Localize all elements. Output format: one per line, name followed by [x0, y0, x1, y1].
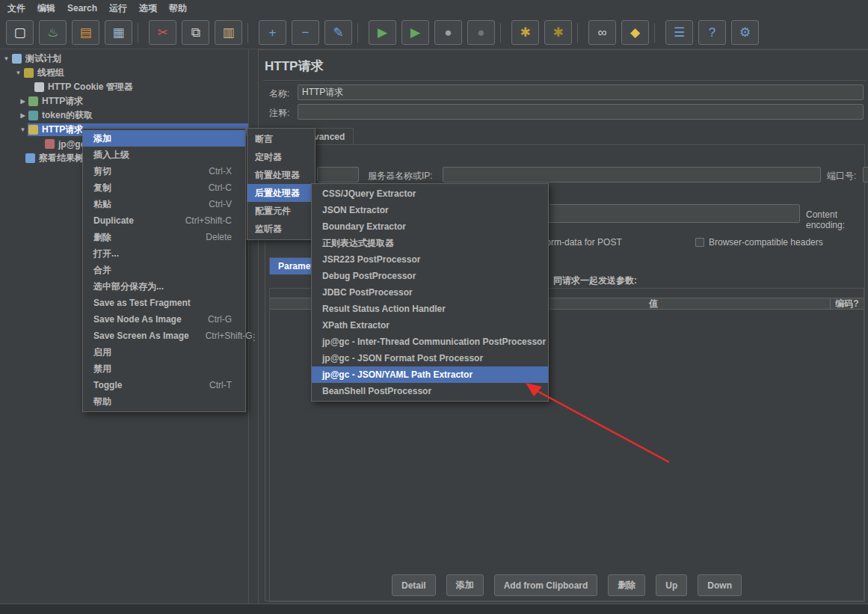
toolbar-button[interactable]: ▢	[6, 20, 34, 45]
tree-expander-icon[interactable]: ▶	[18, 112, 28, 119]
add-submenu-item[interactable]: 监听器 ▶	[247, 220, 315, 238]
toolbar-button[interactable]: ✱	[511, 20, 539, 45]
search-icon: ∞	[597, 26, 606, 39]
tree-expander-icon[interactable]: ▼	[18, 126, 28, 133]
detail-button[interactable]: Detail	[392, 574, 436, 596]
context-menu-item[interactable]: Save Node As Image Ctrl-G ▶	[83, 311, 245, 328]
shutdown-icon: ●	[477, 26, 484, 39]
menubar-item[interactable]: 选项	[139, 2, 157, 15]
context-menu-item[interactable]: 插入上级 ▶	[83, 147, 245, 163]
toolbar-button[interactable]: ✱	[544, 20, 572, 45]
tree-node[interactable]: ▼ 测试计划	[0, 52, 248, 66]
postprocessor-menu-item[interactable]: jp@gc - JSON Format Post Processor ▶	[312, 350, 548, 366]
name-input[interactable]	[298, 85, 864, 100]
postprocessor-menu-item[interactable]: jp@gc - JSON/YAML Path Extractor ▶	[312, 366, 548, 383]
menubar-item[interactable]: 帮助	[169, 2, 187, 15]
toolbar-button[interactable]: ∞	[588, 20, 616, 45]
shortcut-label: Ctrl-V	[192, 199, 232, 209]
toolbar-button[interactable]: ◆	[621, 20, 649, 45]
column-encode-header[interactable]: 编码?	[831, 298, 864, 309]
tree-node[interactable]: ▼ 线程组	[0, 66, 248, 80]
menubar-item[interactable]: 运行	[109, 2, 127, 15]
tree-node-label: HTTP请求	[42, 123, 83, 136]
context-menu-item[interactable]: Duplicate Ctrl+Shift-C ▶	[83, 212, 245, 229]
protocol-input[interactable]	[317, 167, 359, 182]
menubar-item[interactable]: Search	[67, 3, 97, 13]
toolbar-button[interactable]: ▤	[72, 20, 99, 45]
toolbar-button[interactable]: ⚙	[731, 20, 759, 45]
add-button[interactable]: 添加	[446, 574, 484, 596]
add-submenu-item[interactable]: 前置处理器 ▶	[247, 166, 315, 184]
context-menu-item[interactable]: 粘贴 Ctrl-V ▶	[83, 196, 245, 212]
context-menu-item[interactable]: 剪切 Ctrl-X ▶	[83, 163, 245, 179]
toolbar-button[interactable]: ▦	[105, 20, 132, 45]
postprocessor-menu-item[interactable]: jp@gc - Inter-Thread Communication PostP…	[312, 334, 548, 350]
toolbar-button[interactable]: +	[259, 20, 286, 45]
postprocessor-menu-item[interactable]: 正则表达式提取器 ▶	[312, 235, 548, 251]
add-submenu-item[interactable]: 后置处理器 ▶	[247, 184, 315, 202]
context-menu-item[interactable]: 启用 ▶	[83, 344, 245, 360]
context-menu-item[interactable]: Save Screen As Image Ctrl+Shift-G ▶	[83, 328, 245, 344]
postprocessor-menu-item[interactable]: JDBC PostProcessor ▶	[312, 284, 548, 301]
context-menu: 添加 ▶ 插入上级 ▶ 剪切 Ctrl-X ▶ 复制 Ctrl-C ▶	[82, 128, 246, 412]
divider	[263, 80, 866, 81]
postprocessor-menu-item[interactable]: JSR223 PostProcessor ▶	[312, 251, 548, 268]
tree-node[interactable]: ▶ HTTP请求	[0, 94, 248, 108]
down-button[interactable]: Down	[698, 574, 742, 596]
postprocessor-menu-item[interactable]: Result Status Action Handler ▶	[312, 301, 548, 317]
http-request-icon	[28, 111, 38, 120]
shortcut-label: Ctrl-C	[192, 182, 232, 193]
add-submenu-item[interactable]: 断言 ▶	[247, 130, 315, 148]
context-menu-item[interactable]: 删除 Delete ▶	[83, 229, 245, 245]
clear-all-icon: ✱	[552, 26, 563, 39]
context-menu-item[interactable]: Save as Test Fragment ▶	[83, 295, 245, 311]
context-menu-item[interactable]: 禁用 ▶	[83, 360, 245, 377]
context-menu-item[interactable]: 复制 Ctrl-C ▶	[83, 179, 245, 196]
up-button[interactable]: Up	[656, 574, 687, 596]
cut-icon: ✂	[157, 26, 167, 39]
context-menu-item[interactable]: 合并 ▶	[83, 262, 245, 278]
tree-expander-icon[interactable]: ▼	[13, 70, 23, 76]
postprocessor-menu-item[interactable]: Debug PostProcessor ▶	[312, 268, 548, 284]
toolbar-button[interactable]: ?	[698, 20, 726, 45]
tree-expander-icon[interactable]: ▼	[1, 55, 11, 62]
comments-input[interactable]	[298, 104, 864, 120]
toolbar-button[interactable]: ☰	[665, 20, 693, 45]
shortcut-label: Ctrl-G	[191, 314, 232, 325]
add-submenu-item[interactable]: 配置元件 ▶	[247, 202, 315, 220]
toolbar-button[interactable]: ✎	[324, 20, 352, 45]
postprocessor-menu-item[interactable]: XPath Extractor ▶	[312, 317, 548, 334]
postprocessor-menu-item[interactable]: BeanShell PostProcessor ▶	[312, 383, 548, 399]
toolbar-button[interactable]: ●	[467, 20, 495, 45]
menubar-item[interactable]: 文件	[7, 2, 25, 15]
context-menu-item[interactable]: 帮助 ▶	[83, 393, 245, 410]
context-menu-item[interactable]: 添加 ▶	[83, 130, 245, 147]
send-params-group-label: 同请求一起发送参数:	[550, 274, 640, 287]
server-input[interactable]	[443, 167, 821, 182]
toolbar-button[interactable]: −	[292, 20, 319, 45]
port-input[interactable]	[863, 167, 868, 182]
postprocessor-menu-item[interactable]: Boundary Extractor ▶	[312, 218, 548, 235]
toolbar-button[interactable]: ▶	[369, 20, 396, 45]
postprocessor-menu-item[interactable]: CSS/JQuery Extractor ▶	[312, 185, 548, 202]
tree-node[interactable]: ▶ token的获取	[0, 108, 248, 123]
toolbar-button[interactable]: ⧉	[182, 20, 209, 45]
toolbar-button[interactable]: ▥	[215, 20, 242, 45]
tree-expander-icon[interactable]: ▶	[18, 98, 28, 105]
toolbar-button[interactable]: ●	[434, 20, 462, 45]
toolbar-button[interactable]: ▶	[401, 20, 429, 45]
context-menu-item[interactable]: Toggle Ctrl-T ▶	[83, 377, 245, 393]
ssl-manager-icon: ⚙	[739, 26, 751, 39]
add-from-clipboard-button[interactable]: Add from Clipboard	[494, 574, 598, 596]
add-submenu-item[interactable]: 定时器 ▶	[247, 148, 315, 166]
context-menu-item[interactable]: 打开... ▶	[83, 245, 245, 262]
postprocessor-menu-item[interactable]: JSON Extractor ▶	[312, 202, 548, 218]
toolbar-button[interactable]: ✂	[149, 20, 176, 45]
shortcut-label: Delete	[189, 232, 232, 242]
browser-headers-checkbox[interactable]	[695, 238, 704, 247]
menubar-item[interactable]: 编辑	[37, 2, 55, 15]
context-menu-item[interactable]: 选中部分保存为... ▶	[83, 278, 245, 295]
delete-button[interactable]: 删除	[608, 574, 645, 596]
tree-node[interactable]: HTTP Cookie 管理器	[0, 80, 248, 94]
toolbar-button[interactable]: ♨	[39, 20, 67, 45]
